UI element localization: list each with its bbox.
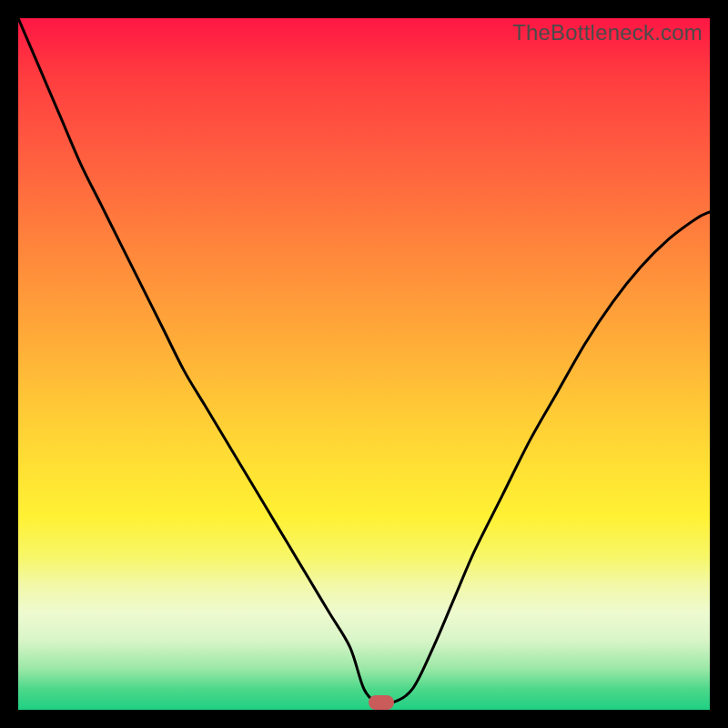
chart-frame: TheBottleneck.com — [18, 18, 710, 710]
watermark-text: TheBottleneck.com — [512, 20, 703, 46]
minimum-marker — [369, 695, 394, 710]
bottleneck-curve — [18, 18, 710, 710]
